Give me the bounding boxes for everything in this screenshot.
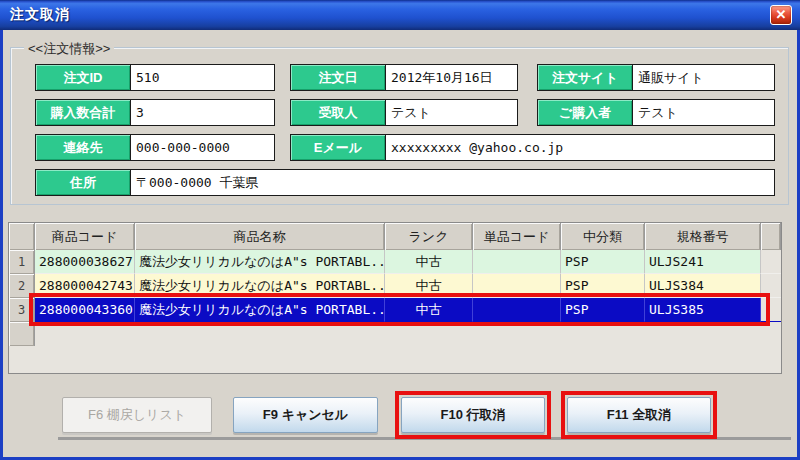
email-label: Eメール [291, 135, 386, 160]
cell-product-name[interactable]: 魔法少女リリカルなのはA"s PORTABL... [135, 274, 385, 298]
order-date-value[interactable]: 2012年10月16日 [386, 65, 517, 90]
field-address: 住所 〒000-0000 千葉県 [35, 169, 775, 196]
field-purchase-count: 購入数合計 3 [35, 99, 275, 126]
cell-category[interactable]: PSP [561, 274, 645, 298]
col-header-rank[interactable]: ランク [385, 223, 473, 250]
table-header-row: 商品コード 商品名称 ランク 単品コード 中分類 規格番号 [9, 223, 781, 250]
cell-item-code[interactable] [473, 274, 561, 298]
purchase-count-value[interactable]: 3 [131, 100, 274, 125]
cell-spec-number[interactable]: ULJS241 [645, 250, 761, 274]
row-number: 1 [9, 250, 35, 274]
recipient-label: 受取人 [291, 100, 386, 125]
email-value[interactable]: xxxxxxxxx @yahoo.co.jp [386, 135, 774, 160]
table-row[interactable]: 2 288000042743 魔法少女リリカルなのはA"s PORTABL...… [9, 274, 781, 298]
purchaser-value[interactable]: テスト [633, 100, 774, 125]
field-purchaser: ご購入者 テスト [537, 99, 775, 126]
cell-stub [761, 274, 781, 298]
close-button[interactable]: ✕ [770, 5, 792, 25]
cell-product-code[interactable]: 288000042743 [35, 274, 135, 298]
cell-product-code[interactable]: 288000038627 [35, 250, 135, 274]
cell-category[interactable]: PSP [561, 250, 645, 274]
cancel-row-button[interactable]: F10 行取消 [401, 397, 545, 433]
col-header-category[interactable]: 中分類 [561, 223, 645, 250]
cell-rank[interactable]: 中古 [385, 250, 473, 274]
col-header-spec-number[interactable]: 規格番号 [645, 223, 761, 250]
order-date-label: 注文日 [291, 65, 386, 90]
order-info-group-title: <<注文情報>> [24, 40, 114, 58]
table-row-selected[interactable]: 3 288000043360 魔法少女リリカルなのはA"s PORTABL...… [9, 298, 781, 322]
field-order-id: 注文ID 510 [35, 64, 275, 91]
row-number: 2 [9, 274, 35, 298]
cell-product-name[interactable]: 魔法少女リリカルなのはA"s PORTABL... [135, 298, 385, 322]
purchaser-label: ご購入者 [538, 100, 633, 125]
address-label: 住所 [36, 170, 131, 195]
order-id-value[interactable]: 510 [131, 65, 274, 90]
close-icon: ✕ [776, 7, 787, 22]
cell-product-name[interactable]: 魔法少女リリカルなのはA"s PORTABL... [135, 250, 385, 274]
field-contact: 連絡先 000-000-0000 [35, 134, 275, 161]
row-number: 3 [9, 298, 35, 322]
cell-spec-number[interactable]: ULJS384 [645, 274, 761, 298]
order-site-label: 注文サイト [538, 65, 633, 90]
shelf-return-list-button: F6 棚戻しリスト [62, 397, 212, 433]
field-recipient: 受取人 テスト [290, 99, 518, 126]
col-header-stub [761, 223, 781, 250]
cell-stub [761, 250, 781, 274]
col-header-product-code[interactable]: 商品コード [35, 223, 135, 250]
col-header-product-name[interactable]: 商品名称 [135, 223, 385, 250]
field-order-date: 注文日 2012年10月16日 [290, 64, 518, 91]
field-order-site: 注文サイト 通販サイト [537, 64, 775, 91]
cell-rank[interactable]: 中古 [385, 298, 473, 322]
contact-value[interactable]: 000-000-0000 [131, 135, 274, 160]
cell-spec-number[interactable]: ULJS385 [645, 298, 761, 322]
cell-item-code[interactable] [473, 298, 561, 322]
cell-stub [761, 298, 781, 322]
items-table: 商品コード 商品名称 ランク 単品コード 中分類 規格番号 1 28800003… [8, 222, 782, 374]
row-number-empty [9, 322, 35, 346]
cell-category[interactable]: PSP [561, 298, 645, 322]
table-row[interactable]: 1 288000038627 魔法少女リリカルなのはA"s PORTABL...… [9, 250, 781, 274]
cell-rank[interactable]: 中古 [385, 274, 473, 298]
title-bar: 注文取消 ✕ [0, 0, 800, 30]
field-email: Eメール xxxxxxxxx @yahoo.co.jp [290, 134, 775, 161]
order-cancel-window: 注文取消 ✕ <<注文情報>> 注文ID 510 注文日 2012年10月16日… [0, 0, 800, 460]
address-value[interactable]: 〒000-0000 千葉県 [131, 170, 774, 195]
window-title: 注文取消 [10, 6, 70, 24]
cancel-button[interactable]: F9 キャンセル [233, 397, 378, 433]
col-header-item-code[interactable]: 単品コード [473, 223, 561, 250]
order-site-value[interactable]: 通販サイト [633, 65, 774, 90]
table-empty-row [9, 322, 781, 346]
button-panel-shadow [58, 437, 791, 440]
row-number-header [9, 223, 35, 250]
purchase-count-label: 購入数合計 [36, 100, 131, 125]
cancel-all-button[interactable]: F11 全取消 [567, 397, 711, 433]
cell-item-code[interactable] [473, 250, 561, 274]
contact-label: 連絡先 [36, 135, 131, 160]
cell-product-code[interactable]: 288000043360 [35, 298, 135, 322]
order-id-label: 注文ID [36, 65, 131, 90]
recipient-value[interactable]: テスト [386, 100, 517, 125]
